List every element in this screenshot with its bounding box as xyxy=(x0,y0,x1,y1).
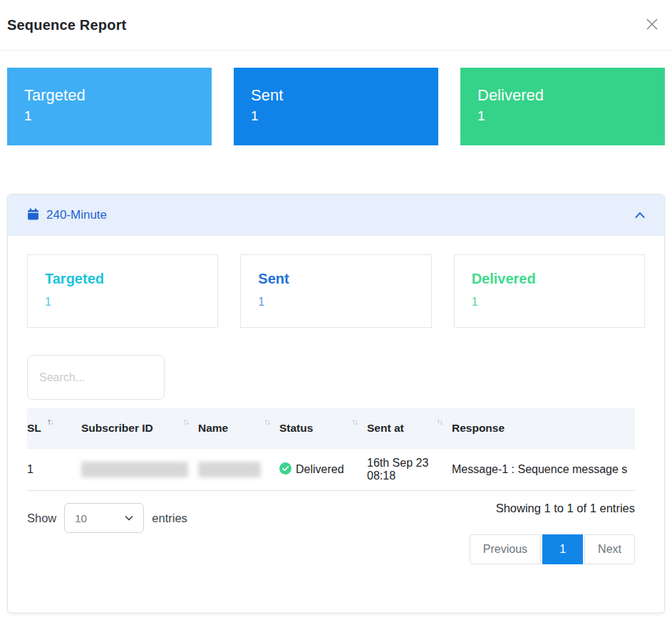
cell-sent-at: 16th Sep 23 08:18 xyxy=(367,457,452,482)
stat-card-sent: Sent 1 xyxy=(240,254,431,328)
table-header-row: SL ↑↓ Subscriber ID ↑↓ Name ↑↓ Status ↑↓… xyxy=(27,408,635,448)
cell-response: Message-1 : Sequence message s xyxy=(452,463,635,476)
column-label: Status xyxy=(279,422,313,435)
column-header-response[interactable]: Response xyxy=(452,422,635,435)
cell-name xyxy=(198,462,279,477)
previous-page-button[interactable]: Previous xyxy=(470,534,541,564)
summary-card-targeted: Targeted 1 xyxy=(7,68,212,145)
close-icon xyxy=(644,16,660,34)
cell-sl: 1 xyxy=(27,463,81,476)
cell-subscriber-id xyxy=(81,462,198,477)
status-text: Delivered xyxy=(296,463,344,476)
footer-right: Showing 1 to 1 of 1 entries Previous 1 N… xyxy=(470,503,635,564)
redacted-subscriber-id xyxy=(81,462,188,477)
redacted-name xyxy=(198,462,261,477)
summary-card-delivered: Delivered 1 xyxy=(460,68,665,145)
column-header-sl[interactable]: SL ↑↓ xyxy=(27,422,81,435)
stat-card-label: Delivered xyxy=(472,271,627,287)
page-size-value: 10 xyxy=(75,512,87,524)
section-header-240-minute[interactable]: 240-Minute xyxy=(8,195,664,236)
sort-icon[interactable]: ↑↓ xyxy=(264,417,269,427)
pagination: Previous 1 Next xyxy=(470,534,635,564)
sort-icon[interactable]: ↑↓ xyxy=(351,417,357,427)
modal-header: Sequence Report xyxy=(0,0,672,51)
chevron-up-icon[interactable] xyxy=(633,208,647,222)
summary-card-value: 1 xyxy=(477,108,648,124)
cell-status: Delivered xyxy=(279,462,367,477)
stat-card-value: 1 xyxy=(45,296,200,309)
column-header-status[interactable]: Status ↑↓ xyxy=(279,422,367,435)
sequence-section-panel: 240-Minute Targeted 1 Sent 1 Delivered 1 xyxy=(7,194,665,613)
calendar-icon xyxy=(27,208,39,223)
current-page-button[interactable]: 1 xyxy=(542,534,583,564)
entries-label: entries xyxy=(152,512,187,525)
table-footer: Show 10 entries Showing 1 to 1 of 1 entr… xyxy=(27,503,635,564)
sort-icon[interactable]: ↑↓ xyxy=(182,417,188,427)
section-title: 240-Minute xyxy=(46,208,107,222)
stat-card-value: 1 xyxy=(472,296,627,309)
chevron-down-icon xyxy=(123,512,135,524)
column-label: Name xyxy=(198,422,228,435)
column-label: SL xyxy=(27,422,41,435)
stat-card-value: 1 xyxy=(258,296,413,309)
column-header-name[interactable]: Name ↑↓ xyxy=(198,422,279,435)
column-label: Response xyxy=(452,422,505,435)
stat-card-targeted: Targeted 1 xyxy=(27,254,218,328)
sort-icon[interactable]: ↑↓ xyxy=(47,417,53,427)
summary-card-sent: Sent 1 xyxy=(234,68,438,145)
summary-card-label: Sent xyxy=(251,86,421,105)
page-size-control: Show 10 entries xyxy=(27,503,187,533)
stat-card-label: Sent xyxy=(258,271,413,287)
sort-icon[interactable]: ↑↓ xyxy=(436,417,442,427)
close-button[interactable] xyxy=(642,15,662,35)
show-label: Show xyxy=(27,512,56,525)
summary-card-label: Targeted xyxy=(24,86,195,105)
column-label: Subscriber ID xyxy=(81,422,153,435)
next-page-button[interactable]: Next xyxy=(584,534,635,564)
section-body: Targeted 1 Sent 1 Delivered 1 SL ↑↓ xyxy=(8,236,664,613)
stat-card-delivered: Delivered 1 xyxy=(454,254,645,328)
column-header-subscriber-id[interactable]: Subscriber ID ↑↓ xyxy=(81,422,198,435)
column-header-sent-at[interactable]: Sent at ↑↓ xyxy=(367,422,452,435)
report-table: SL ↑↓ Subscriber ID ↑↓ Name ↑↓ Status ↑↓… xyxy=(27,408,635,491)
table-row: 1 Delivered 16th Sep 23 08:1 xyxy=(27,448,635,491)
summary-cards-row: Targeted 1 Sent 1 Delivered 1 xyxy=(7,68,665,145)
page-title: Sequence Report xyxy=(7,17,126,33)
stat-card-label: Targeted xyxy=(45,271,200,287)
column-label: Sent at xyxy=(367,422,404,435)
summary-card-value: 1 xyxy=(24,108,195,124)
showing-entries-text: Showing 1 to 1 of 1 entries xyxy=(496,502,635,515)
summary-card-value: 1 xyxy=(251,108,421,124)
search-input[interactable] xyxy=(27,355,165,400)
page-size-select[interactable]: 10 xyxy=(64,503,144,533)
check-circle-icon xyxy=(279,462,291,477)
summary-card-label: Delivered xyxy=(477,86,648,105)
inner-stat-cards-row: Targeted 1 Sent 1 Delivered 1 xyxy=(27,254,645,328)
